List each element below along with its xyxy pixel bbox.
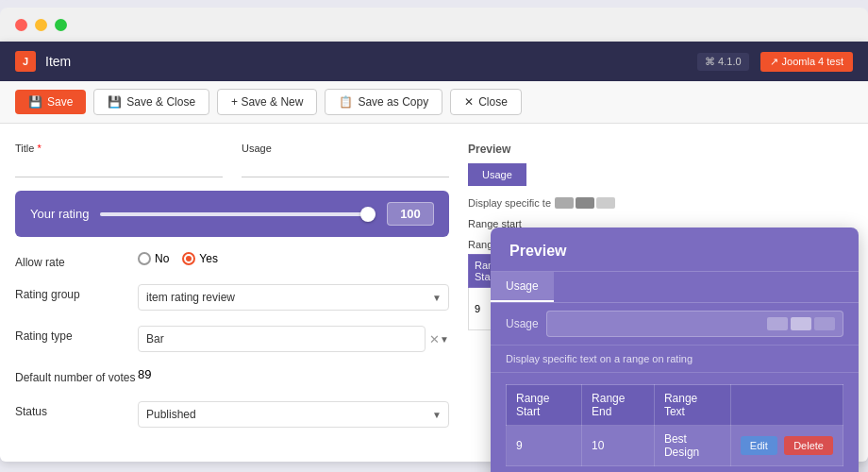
rating-group-select-wrap: item rating review ▼ bbox=[138, 284, 449, 311]
overlay-col-start: Range Start bbox=[507, 385, 582, 426]
left-panel: Title * Usage Your rating bbox=[15, 143, 449, 443]
traffic-light-yellow[interactable] bbox=[35, 19, 47, 31]
default-votes-label: Default number of votes bbox=[15, 367, 138, 386]
rating-type-control: Bar ✕ ▼ bbox=[138, 326, 449, 352]
content-area: Title * Usage Your rating bbox=[0, 124, 868, 462]
joomla-icon: J bbox=[15, 51, 36, 72]
radio-yes[interactable]: Yes bbox=[182, 252, 218, 265]
overlay-header: Preview bbox=[491, 228, 859, 272]
rating-type-select-wrap: Bar ✕ ▼ bbox=[138, 326, 449, 352]
status-label: Status bbox=[15, 401, 138, 418]
traffic-light-green[interactable] bbox=[55, 19, 67, 31]
save-copy-label: Save as Copy bbox=[358, 95, 428, 109]
overlay-cell-start: 9 bbox=[507, 426, 582, 466]
rating-type-label: Rating type bbox=[15, 326, 138, 343]
chevron-down-icon-2: ▼ bbox=[440, 334, 449, 345]
rating-group-row: Rating group item rating review ▼ bbox=[15, 284, 449, 311]
radio-yes-dot bbox=[186, 256, 192, 261]
copy-icon: 📋 bbox=[339, 95, 353, 109]
default-votes-value: 89 bbox=[138, 367, 151, 381]
status-select[interactable]: Published bbox=[138, 401, 449, 428]
page-title: Item bbox=[45, 54, 71, 69]
rating-box: Your rating 100 bbox=[15, 191, 449, 237]
rating-type-row: Rating type Bar ✕ ▼ bbox=[15, 326, 449, 352]
save-button[interactable]: 💾 Save bbox=[15, 90, 86, 114]
status-control: Published ▼ bbox=[138, 401, 449, 428]
rating-value: 100 bbox=[387, 202, 434, 226]
radio-yes-label: Yes bbox=[199, 252, 218, 265]
close-icon: ✕ bbox=[464, 95, 474, 109]
allow-rate-row: Allow rate No Yes bbox=[15, 252, 449, 269]
save-label: Save bbox=[47, 95, 73, 109]
overlay-desc: Display specific text on a range on rati… bbox=[491, 346, 859, 373]
preview-tab-row: Usage bbox=[468, 163, 654, 186]
traffic-lights bbox=[0, 8, 868, 42]
joomla-link[interactable]: ↗ Joomla 4 test bbox=[760, 52, 853, 72]
usage-display-label: Display specific te bbox=[468, 197, 551, 209]
save-copy-button[interactable]: 📋 Save as Copy bbox=[325, 89, 442, 115]
save-close-label: Save & Close bbox=[126, 95, 195, 109]
slider-fill bbox=[100, 212, 376, 216]
overlay-col-actions bbox=[730, 385, 843, 426]
allow-rate-label: Allow rate bbox=[15, 252, 138, 269]
overlay-col-text: Range Text bbox=[654, 385, 730, 426]
top-bar-right: ⌘ 4.1.0 ↗ Joomla 4 test bbox=[697, 52, 853, 72]
save-new-button[interactable]: + Save & New bbox=[217, 89, 317, 115]
save-icon: 💾 bbox=[28, 95, 42, 109]
title-required: * bbox=[37, 143, 41, 154]
radio-yes-circle[interactable] bbox=[182, 252, 195, 265]
rating-group-select[interactable]: item rating review bbox=[138, 284, 449, 311]
overlay-table-wrap: Range Start Range End Range Text 9 10 Be… bbox=[491, 373, 859, 472]
overlay-tab-row: Usage bbox=[491, 272, 859, 303]
usage-input[interactable] bbox=[242, 158, 449, 177]
top-bar: J Item ⌘ 4.1.0 ↗ Joomla 4 test bbox=[0, 42, 868, 81]
save-close-icon: 💾 bbox=[108, 95, 122, 109]
main-card: J Item ⌘ 4.1.0 ↗ Joomla 4 test 💾 Save 💾 … bbox=[0, 42, 868, 462]
top-bar-left: J Item bbox=[15, 51, 71, 72]
save-close-button[interactable]: 💾 Save & Close bbox=[93, 89, 209, 115]
title-label: Title bbox=[15, 143, 34, 154]
allow-rate-control: No Yes bbox=[138, 252, 449, 265]
slider-thumb[interactable] bbox=[360, 207, 376, 222]
overlay-col-end: Range End bbox=[582, 385, 655, 426]
rating-group-control: item rating review ▼ bbox=[138, 284, 449, 311]
radio-no-label: No bbox=[155, 252, 169, 265]
overlay-cell-end: 10 bbox=[582, 426, 655, 466]
joomla-link-label: Joomla 4 test bbox=[782, 56, 843, 67]
status-select-wrap: Published ▼ bbox=[138, 401, 449, 428]
close-button[interactable]: ✕ Close bbox=[450, 89, 522, 115]
rating-type-select[interactable]: Bar bbox=[138, 326, 426, 352]
overlay-tab-usage[interactable]: Usage bbox=[491, 272, 554, 302]
radio-group: No Yes bbox=[138, 252, 449, 265]
preview-tab-usage[interactable]: Usage bbox=[468, 163, 526, 186]
status-row: Status Published ▼ bbox=[15, 401, 449, 428]
radio-no[interactable]: No bbox=[138, 252, 169, 265]
external-link-icon: ↗ bbox=[770, 56, 778, 68]
overlay-usage-label: Usage bbox=[506, 317, 539, 330]
default-votes-control: 89 bbox=[138, 367, 449, 381]
overlay-tab-usage-label: Usage bbox=[506, 279, 539, 293]
rating-label: Your rating bbox=[30, 207, 89, 221]
title-input[interactable] bbox=[15, 158, 223, 177]
overlay-card: Preview Usage Usage Display bbox=[491, 228, 859, 472]
version-badge: ⌘ 4.1.0 bbox=[697, 53, 749, 71]
overlay-cell-actions: Edit Delete bbox=[730, 426, 843, 466]
toolbar: 💾 Save 💾 Save & Close + Save & New 📋 Sav… bbox=[0, 81, 868, 124]
overlay-delete-button[interactable]: Delete bbox=[784, 436, 833, 455]
rating-group-label: Rating group bbox=[15, 284, 138, 301]
close-label: Close bbox=[478, 95, 508, 109]
default-votes-row: Default number of votes 89 bbox=[15, 367, 449, 386]
traffic-light-red[interactable] bbox=[15, 19, 27, 31]
overlay-table-row: 9 10 Best Design Edit Delete bbox=[507, 426, 843, 466]
usage-label: Usage bbox=[242, 143, 272, 154]
preview-title: Preview bbox=[468, 143, 654, 156]
slider-track[interactable] bbox=[100, 212, 376, 216]
overlay-edit-button[interactable]: Edit bbox=[741, 436, 777, 455]
clear-icon[interactable]: ✕ bbox=[429, 332, 440, 346]
radio-no-circle[interactable] bbox=[138, 252, 151, 265]
window-chrome bbox=[0, 0, 868, 42]
overlay-cell-text: Best Design bbox=[654, 426, 730, 466]
overlay-table: Range Start Range End Range Text 9 10 Be… bbox=[506, 384, 843, 466]
save-new-label: + Save & New bbox=[231, 95, 303, 109]
